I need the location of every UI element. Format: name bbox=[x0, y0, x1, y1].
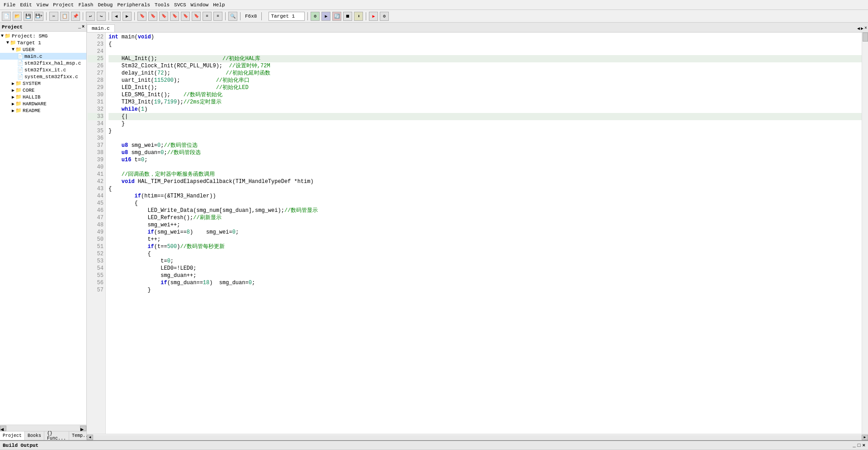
build-button[interactable]: ▶ bbox=[321, 12, 330, 21]
compile-button[interactable]: ⚙ bbox=[311, 12, 320, 21]
code-line-31: TIM3_Init(19,7199);//2ms定时显示 bbox=[108, 98, 862, 106]
paste-button[interactable]: 📌 bbox=[71, 12, 80, 21]
editor-tab-close-icon[interactable]: × bbox=[864, 26, 867, 31]
tree-item-hardware[interactable]: ▶ 📁 HARDWARE bbox=[0, 100, 86, 107]
tab-project[interactable]: Project bbox=[0, 431, 25, 440]
rebuild-button[interactable]: 🔄 bbox=[332, 12, 341, 21]
nav-fwd-button[interactable]: ▶ bbox=[123, 12, 132, 21]
code-line-33: {| bbox=[108, 113, 862, 120]
stop-build-button[interactable]: ⏹ bbox=[343, 12, 352, 21]
panel-close-icon[interactable]: × bbox=[82, 24, 85, 29]
menu-bar: File Edit View Project Flash Debug Perip… bbox=[0, 0, 868, 10]
menu-window[interactable]: Window bbox=[189, 2, 211, 8]
bookmark4-button[interactable]: 🔖 bbox=[170, 12, 179, 21]
menu-peripherals[interactable]: Peripherals bbox=[115, 2, 152, 8]
code-content[interactable]: int main(void){ HAL_Init(); //初始化HAL库 St… bbox=[106, 33, 862, 434]
save-button[interactable]: 💾 bbox=[24, 12, 33, 21]
stm32-it-label: stm32f1xx_it.c bbox=[24, 67, 66, 73]
tab-books[interactable]: Books bbox=[25, 431, 44, 440]
tab-func[interactable]: {} Func... bbox=[44, 431, 69, 440]
menu-debug[interactable]: Debug bbox=[96, 2, 114, 8]
code-line-50: t++; bbox=[108, 236, 862, 243]
indent-button[interactable]: ≡ bbox=[203, 12, 212, 21]
tree-item-user[interactable]: ▼ 📁 USER bbox=[0, 46, 86, 53]
find-button[interactable]: 🔍 bbox=[228, 12, 237, 21]
user-label: USER bbox=[23, 47, 34, 52]
open-button[interactable]: 📂 bbox=[13, 12, 22, 21]
menu-file[interactable]: File bbox=[2, 2, 17, 8]
hscroll-right-btn[interactable]: ▶ bbox=[862, 435, 868, 440]
target-options-button[interactable]: ⚙ bbox=[380, 12, 389, 21]
code-line-44: if(htim==(&TIM3_Handler)) bbox=[108, 192, 862, 200]
indent2-button[interactable]: ≡ bbox=[213, 12, 222, 21]
menu-project[interactable]: Project bbox=[51, 2, 75, 8]
editor-tab-main-c[interactable]: main.c bbox=[87, 24, 115, 32]
editor-tab-left-icon[interactable]: ◀ bbox=[857, 26, 860, 31]
bookmark3-button[interactable]: 🔖 bbox=[159, 12, 168, 21]
undo-button[interactable]: ↩ bbox=[86, 12, 95, 21]
build-output-maximize[interactable]: □ bbox=[858, 443, 861, 448]
target-dropdown[interactable]: Target 1 bbox=[269, 12, 305, 21]
hardware-folder-icon: 📁 bbox=[15, 101, 22, 107]
left-panel: Project _ × ▼ 📁 Project: SMG ▼ 📁 Target … bbox=[0, 23, 87, 440]
tree-item-core[interactable]: ▶ 📁 CORE bbox=[0, 87, 86, 94]
system-stm32-label: system_stm32f1xx.c bbox=[24, 74, 78, 80]
code-line-53: t=0; bbox=[108, 258, 862, 265]
menu-svcs[interactable]: SVCS bbox=[172, 2, 188, 8]
editor-tab-right-icon[interactable]: ▶ bbox=[861, 26, 863, 31]
hallib-label: HALLIB bbox=[23, 94, 41, 100]
user-expand-icon: ▼ bbox=[12, 47, 14, 52]
user-folder-icon: 📁 bbox=[15, 47, 22, 52]
target1-expand-icon: ▼ bbox=[6, 40, 9, 45]
tree-item-hallib[interactable]: ▶ 📁 HALLIB bbox=[0, 94, 86, 100]
bookmark2-button[interactable]: 🔖 bbox=[148, 12, 157, 21]
tree-item-main-c[interactable]: 📄 main.c bbox=[0, 53, 86, 60]
menu-flash[interactable]: Flash bbox=[76, 2, 95, 8]
tree-item-system[interactable]: ▶ 📁 SYSTEM bbox=[0, 80, 86, 87]
editor-tab-controls: ◀ ▶ × bbox=[856, 25, 868, 32]
code-line-41: //回调函数，定时器中断服务函数调用 bbox=[108, 171, 862, 178]
bookmark6-button[interactable]: 🔖 bbox=[192, 12, 201, 21]
bookmark5-button[interactable]: 🔖 bbox=[181, 12, 190, 21]
tree-item-stm32-it[interactable]: 📄 stm32f1xx_it.c bbox=[0, 66, 86, 73]
code-line-48: smg_wei++; bbox=[108, 221, 862, 229]
hallib-folder-icon: 📁 bbox=[15, 94, 22, 100]
nav-back-button[interactable]: ◀ bbox=[112, 12, 121, 21]
menu-help[interactable]: Help bbox=[211, 2, 226, 8]
panel-minimize-icon[interactable]: _ bbox=[78, 24, 81, 29]
code-line-40 bbox=[108, 164, 862, 171]
readme-expand-icon: ▶ bbox=[12, 108, 14, 113]
vscroll-thumb[interactable] bbox=[863, 33, 868, 42]
redo-button[interactable]: ↪ bbox=[97, 12, 106, 21]
project-smg-label: Project: SMG bbox=[12, 33, 47, 39]
cut-button[interactable]: ✂ bbox=[49, 12, 58, 21]
download-button[interactable]: ⬇ bbox=[354, 12, 363, 21]
debug-start-button[interactable]: ▶ bbox=[369, 12, 378, 21]
hscroll-left-btn[interactable]: ◀ bbox=[87, 435, 93, 440]
tree-item-stm32hal-msp[interactable]: 📄 stm32f1xx_hal_msp.c bbox=[0, 60, 86, 66]
hscroll-left[interactable]: ◀ bbox=[0, 426, 6, 431]
build-output-minimize[interactable]: _ bbox=[853, 443, 856, 448]
code-line-42: void HAL_TIM_PeriodElapsedCallback(TIM_H… bbox=[108, 178, 862, 185]
save-all-button[interactable]: 💾+ bbox=[34, 12, 43, 21]
tree-item-target1[interactable]: ▼ 📁 Target 1 bbox=[0, 39, 86, 46]
tree-item-project-smg[interactable]: ▼ 📁 Project: SMG bbox=[0, 33, 86, 39]
target1-label: Target 1 bbox=[17, 40, 41, 46]
bookmark-button[interactable]: 🔖 bbox=[137, 12, 146, 21]
main-c-label: main.c bbox=[24, 54, 42, 59]
editor-hscroll[interactable]: ◀ ▶ bbox=[87, 434, 868, 440]
tree-item-system-stm32[interactable]: 📄 system_stm32f1xx.c bbox=[0, 73, 86, 80]
hscroll-right[interactable]: ▶ bbox=[80, 426, 86, 431]
code-line-25: HAL_Init(); //初始化HAL库 bbox=[108, 55, 862, 62]
build-output-close[interactable]: × bbox=[862, 443, 865, 448]
editor-vscroll[interactable] bbox=[862, 33, 868, 434]
code-line-29: LED_Init(); //初始化LED bbox=[108, 84, 862, 91]
menu-edit[interactable]: Edit bbox=[18, 2, 33, 8]
tree-item-readme[interactable]: ▶ 📁 README bbox=[0, 107, 86, 114]
copy-button[interactable]: 📋 bbox=[60, 12, 69, 21]
menu-tools[interactable]: Tools bbox=[153, 2, 171, 8]
font-label: F6x8 bbox=[243, 14, 259, 19]
left-panel-hscroll[interactable]: ◀ ▶ bbox=[0, 425, 86, 431]
new-button[interactable]: 📄 bbox=[2, 12, 11, 21]
menu-view[interactable]: View bbox=[35, 2, 50, 8]
